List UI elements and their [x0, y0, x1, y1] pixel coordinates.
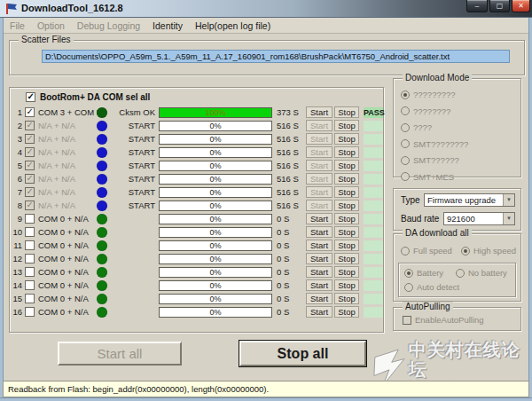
row-start-button[interactable]: Start [306, 306, 332, 318]
download-mode-option-radio[interactable] [401, 172, 410, 181]
menu-item-option[interactable]: Option [31, 18, 71, 34]
com-port-label: COM 0 + N/A [38, 227, 90, 237]
row-stop-button[interactable]: Stop [334, 186, 359, 198]
row-stop-button[interactable]: Stop [334, 266, 359, 278]
menu-item-file[interactable]: File [4, 18, 31, 34]
row-start-button[interactable]: Start [306, 266, 332, 278]
progress-label: 0% [160, 135, 271, 145]
title-bar[interactable]: DownloadTool_1612.8 – ▢ ✕ [0, 0, 532, 18]
download-mode-option-radio[interactable] [401, 156, 410, 165]
speed-option-full-speed[interactable]: Full speed [401, 246, 452, 256]
download-mode-option-option[interactable]: ???????? [401, 106, 468, 116]
download-mode-option-radio[interactable] [401, 90, 410, 99]
row-start-button[interactable]: Start [306, 293, 332, 304]
download-mode-option-radio[interactable] [401, 139, 410, 148]
type-dropdown[interactable]: Firmware upgrade ▼ [424, 193, 515, 207]
speed-option-radio[interactable] [401, 247, 410, 256]
row-start-button[interactable]: Start [306, 173, 332, 185]
menu-item-help-open-log-file[interactable]: Help(open log file) [189, 18, 277, 34]
progress-bar: 0% [159, 147, 272, 158]
row-stop-button[interactable]: Stop [334, 226, 359, 238]
row-checkbox[interactable] [25, 280, 35, 290]
row-stop-button[interactable]: Stop [334, 106, 359, 118]
chevron-down-icon[interactable]: ▼ [503, 194, 514, 206]
row-stop-button[interactable]: Stop [334, 253, 359, 264]
row-stop-button[interactable]: Stop [334, 160, 359, 171]
download-mode-option-option[interactable]: ???? [401, 122, 468, 132]
row-start-button[interactable]: Start [306, 106, 332, 118]
speed-option-high-speed[interactable]: High speed [461, 246, 516, 256]
battery-option-radio[interactable] [404, 283, 413, 292]
enable-autopulling-checkbox[interactable] [403, 316, 411, 325]
row-stop-button[interactable]: Stop [334, 279, 359, 291]
row-stop-button[interactable]: Stop [334, 120, 359, 131]
download-mode-option-smt[interactable]: SMT?????? [401, 155, 468, 165]
progress-label: 0% [160, 241, 271, 251]
row-start-button[interactable]: Start [306, 200, 332, 211]
row-stop-button[interactable]: Stop [334, 240, 359, 251]
download-mode-option-option[interactable]: ????????? [401, 90, 468, 99]
chevron-down-icon[interactable]: ▼ [503, 213, 514, 224]
download-mode-option-smt[interactable]: SMT???????? [401, 139, 468, 149]
row-checkbox[interactable] [25, 107, 35, 117]
row-start-button[interactable]: Start [306, 240, 332, 251]
row-start-button[interactable]: Start [306, 253, 332, 264]
row-checkbox[interactable] [25, 161, 35, 170]
row-start-button[interactable]: Start [306, 186, 332, 198]
row-checkbox[interactable] [25, 240, 35, 250]
row-checkbox[interactable] [25, 254, 35, 263]
speed-option-radio[interactable] [461, 247, 470, 256]
elapsed-time: 0 S [277, 307, 304, 317]
row-start-button[interactable]: Start [306, 146, 332, 158]
download-mode-option-radio[interactable] [401, 123, 410, 132]
progress-label: 0% [160, 295, 271, 304]
minimize-button[interactable]: – [466, 0, 488, 12]
status-bar: Readback from Flash: begin_addr(0x000000… [3, 381, 529, 397]
row-start-button[interactable]: Start [306, 226, 332, 238]
row-start-button[interactable]: Start [306, 160, 332, 171]
row-checkbox[interactable] [25, 174, 35, 184]
enable-autopulling-option[interactable]: EnableAutoPulling [403, 315, 484, 325]
row-checkbox[interactable] [25, 214, 35, 224]
row-stop-button[interactable]: Stop [334, 306, 359, 318]
row-checkbox[interactable] [25, 200, 35, 210]
row-start-button[interactable]: Start [306, 120, 332, 131]
stop-all-button[interactable]: Stop all [239, 341, 366, 366]
row-stop-button[interactable]: Stop [334, 133, 359, 145]
row-start-button[interactable]: Start [306, 213, 332, 224]
baud-rate-dropdown[interactable]: 921600 ▼ [443, 212, 515, 225]
table-row: 1COM 3 + COM 5Cksm OK100%373 SStartStopP… [12, 106, 383, 119]
row-stop-button[interactable]: Stop [334, 200, 359, 211]
menu-item-debug-logging[interactable]: Debug Logging [71, 18, 146, 34]
row-stop-button[interactable]: Stop [334, 293, 359, 304]
battery-option-battery[interactable]: Battery [404, 268, 456, 278]
maximize-button[interactable]: ▢ [489, 0, 510, 12]
row-checkbox[interactable] [25, 147, 35, 157]
row-start-button[interactable]: Start [306, 279, 332, 291]
row-stop-button[interactable]: Stop [334, 173, 359, 185]
row-checkbox[interactable] [25, 121, 35, 130]
progress-bar: 0% [159, 121, 272, 131]
battery-option-auto-detect[interactable]: Auto detect [404, 282, 512, 292]
row-checkbox[interactable] [25, 134, 35, 144]
row-checkbox[interactable] [25, 227, 35, 237]
select-all-checkbox[interactable] [26, 92, 35, 102]
close-button[interactable]: ✕ [512, 0, 530, 12]
start-all-button[interactable]: Start all [58, 342, 182, 366]
menu-item-identity[interactable]: Identity [146, 18, 189, 34]
watermark-line1: 中关村在线论坛 [409, 340, 532, 379]
battery-option-radio[interactable] [456, 269, 465, 278]
download-mode-option-radio[interactable] [401, 106, 410, 115]
battery-option-radio[interactable] [404, 269, 413, 278]
row-start-button[interactable]: Start [306, 133, 332, 145]
battery-option-no-battery[interactable]: No battery [456, 268, 512, 278]
scatter-path-field[interactable]: D:\Documents\OPPO_A59m_5.1._A59m_11_A.17… [42, 50, 510, 63]
row-checkbox[interactable] [25, 307, 35, 317]
download-mode-option-smt+mes[interactable]: SMT+MES [401, 172, 468, 182]
row-checkbox[interactable] [25, 187, 35, 197]
type-label: Type [401, 195, 420, 205]
row-checkbox[interactable] [25, 294, 35, 303]
row-checkbox[interactable] [25, 267, 35, 277]
row-stop-button[interactable]: Stop [334, 146, 359, 158]
row-stop-button[interactable]: Stop [334, 213, 359, 224]
